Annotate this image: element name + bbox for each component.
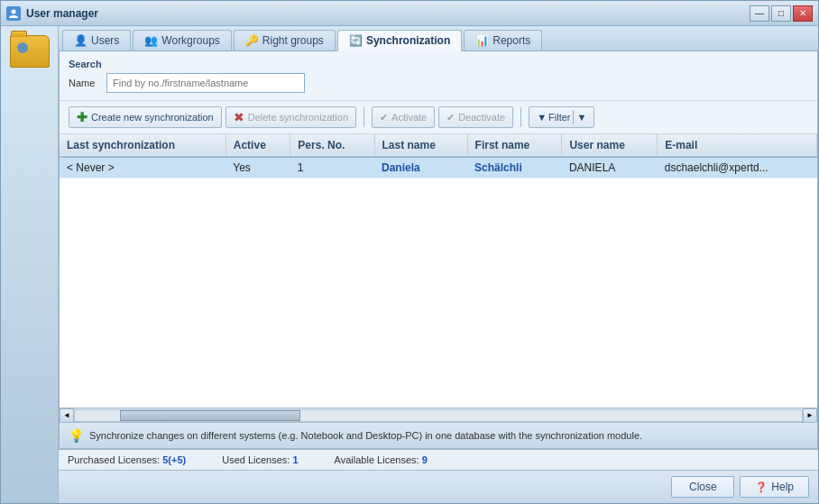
sync-icon: 🔄 bbox=[349, 34, 363, 47]
user-manager-window: User manager — □ ✕ 👤 Users 👥 bbox=[0, 0, 819, 504]
col-last-name[interactable]: Last name bbox=[374, 134, 467, 157]
horizontal-scrollbar: ◄ ► bbox=[60, 408, 817, 422]
tab-workgroups-label: Workgroups bbox=[161, 34, 219, 47]
cell-first-name: Schälchli bbox=[467, 157, 562, 179]
col-email[interactable]: E-mail bbox=[658, 134, 817, 157]
tab-users[interactable]: 👤 Users bbox=[62, 30, 131, 50]
window-title: User manager bbox=[26, 7, 750, 20]
window-content: 👤 Users 👥 Workgroups 🔑 Right groups 🔄 Sy… bbox=[1, 26, 818, 503]
col-pers-no[interactable]: Pers. No. bbox=[290, 134, 374, 157]
filter-dropdown-arrow[interactable]: ▼ bbox=[573, 110, 587, 124]
users-icon: 👤 bbox=[74, 34, 87, 47]
plus-icon: ✚ bbox=[77, 110, 87, 124]
tab-synchronization-label: Synchronization bbox=[366, 34, 450, 47]
scroll-left-button[interactable]: ◄ bbox=[60, 408, 74, 423]
tab-reports-label: Reports bbox=[492, 34, 530, 47]
tab-right-groups-label: Right groups bbox=[262, 34, 324, 47]
table-body: < Never > Yes 1 Daniela Schälchli DANIEL… bbox=[60, 157, 817, 179]
delete-sync-button[interactable]: ✖ Delete synchronization bbox=[225, 106, 356, 128]
purchased-value: 5(+5) bbox=[162, 454, 186, 465]
filter-icon: ▼ bbox=[537, 112, 547, 123]
close-button[interactable]: Close bbox=[671, 476, 734, 498]
available-licenses: Available Licenses: 9 bbox=[335, 454, 428, 465]
deactivate-button[interactable]: ✔ Deactivate bbox=[438, 106, 513, 128]
purchased-licenses: Purchased Licenses: 5(+5) bbox=[68, 454, 186, 465]
person-icon bbox=[17, 42, 28, 53]
create-sync-label: Create new synchronization bbox=[91, 112, 214, 123]
deactivate-icon: ✔ bbox=[446, 112, 455, 124]
sync-table: Last synchronization Active Pers. No. La… bbox=[60, 134, 817, 179]
reports-icon: 📊 bbox=[475, 34, 489, 47]
delete-sync-label: Delete synchronization bbox=[248, 112, 348, 123]
cell-user-name: DANIELA bbox=[562, 157, 658, 179]
bottom-bar: Close ❓ Help bbox=[59, 470, 818, 503]
bulb-icon: 💡 bbox=[69, 428, 84, 443]
search-input[interactable] bbox=[106, 73, 305, 93]
activate-label: Activate bbox=[391, 112, 427, 123]
col-last-sync[interactable]: Last synchronization bbox=[60, 134, 225, 157]
filter-button[interactable]: ▼ Filter ▼ bbox=[529, 106, 594, 128]
svg-point-0 bbox=[12, 9, 16, 14]
toolbar: ✚ Create new synchronization ✖ Delete sy… bbox=[60, 101, 817, 134]
search-row: Name bbox=[69, 73, 808, 93]
deactivate-label: Deactivate bbox=[458, 112, 505, 123]
close-window-button[interactable]: ✕ bbox=[793, 5, 813, 22]
search-label: Search bbox=[69, 59, 808, 69]
maximize-button[interactable]: □ bbox=[771, 5, 791, 22]
separator-2 bbox=[520, 107, 521, 127]
window-icon bbox=[6, 6, 21, 21]
activate-icon: ✔ bbox=[380, 112, 388, 124]
activate-button[interactable]: ✔ Activate bbox=[372, 106, 435, 128]
table-section: Last synchronization Active Pers. No. La… bbox=[60, 134, 817, 408]
tab-workgroups[interactable]: 👥 Workgroups bbox=[133, 30, 231, 50]
name-field-label: Name bbox=[69, 78, 101, 88]
x-icon: ✖ bbox=[234, 110, 244, 124]
create-sync-button[interactable]: ✚ Create new synchronization bbox=[69, 106, 222, 128]
main-panel: 👤 Users 👥 Workgroups 🔑 Right groups 🔄 Sy… bbox=[59, 26, 818, 503]
licenses-bar: Purchased Licenses: 5(+5) Used Licenses:… bbox=[59, 449, 818, 470]
scrollbar-thumb[interactable] bbox=[120, 410, 300, 421]
search-section: Search Name bbox=[60, 51, 817, 101]
help-label: Help bbox=[771, 481, 794, 493]
app-icon bbox=[10, 35, 50, 75]
content-area: Search Name ✚ Create new synchronization… bbox=[59, 51, 818, 449]
col-active[interactable]: Active bbox=[225, 134, 290, 157]
tab-reports[interactable]: 📊 Reports bbox=[464, 30, 542, 50]
right-groups-icon: 🔑 bbox=[245, 34, 259, 47]
cell-email: dschaelchli@xpertd... bbox=[658, 157, 817, 179]
folder-icon bbox=[10, 35, 50, 68]
status-bar: 💡 Synchronize changes on different syste… bbox=[60, 422, 817, 448]
table-row[interactable]: < Never > Yes 1 Daniela Schälchli DANIEL… bbox=[60, 157, 817, 179]
separator-1 bbox=[363, 107, 364, 127]
available-label: Available Licenses: bbox=[335, 454, 419, 465]
col-first-name[interactable]: First name bbox=[467, 134, 562, 157]
purchased-label: Purchased Licenses: bbox=[68, 454, 160, 465]
cell-pers-no: 1 bbox=[290, 157, 374, 179]
workgroups-icon: 👥 bbox=[144, 34, 158, 47]
cell-last-sync: < Never > bbox=[60, 157, 225, 179]
window-controls: — □ ✕ bbox=[750, 5, 813, 22]
col-user-name[interactable]: User name bbox=[562, 134, 658, 157]
scrollbar-track[interactable] bbox=[74, 409, 803, 422]
filter-label: Filter bbox=[548, 112, 570, 123]
title-bar: User manager — □ ✕ bbox=[1, 1, 818, 26]
tab-bar: 👤 Users 👥 Workgroups 🔑 Right groups 🔄 Sy… bbox=[59, 26, 818, 51]
used-label: Used Licenses: bbox=[222, 454, 290, 465]
help-button[interactable]: ❓ Help bbox=[740, 476, 809, 498]
left-panel bbox=[1, 26, 59, 503]
tab-right-groups[interactable]: 🔑 Right groups bbox=[234, 30, 336, 50]
minimize-button[interactable]: — bbox=[750, 5, 769, 22]
tab-users-label: Users bbox=[91, 34, 119, 47]
help-icon: ❓ bbox=[755, 481, 768, 493]
available-value: 9 bbox=[422, 454, 428, 465]
used-licenses: Used Licenses: 1 bbox=[222, 454, 298, 465]
status-message: Synchronize changes on different systems… bbox=[89, 430, 642, 441]
table-header: Last synchronization Active Pers. No. La… bbox=[60, 134, 817, 157]
used-value: 1 bbox=[292, 454, 298, 465]
tab-synchronization[interactable]: 🔄 Synchronization bbox=[337, 30, 462, 51]
cell-active: Yes bbox=[225, 157, 290, 179]
scroll-right-button[interactable]: ► bbox=[803, 408, 817, 423]
cell-last-name: Daniela bbox=[374, 157, 467, 179]
